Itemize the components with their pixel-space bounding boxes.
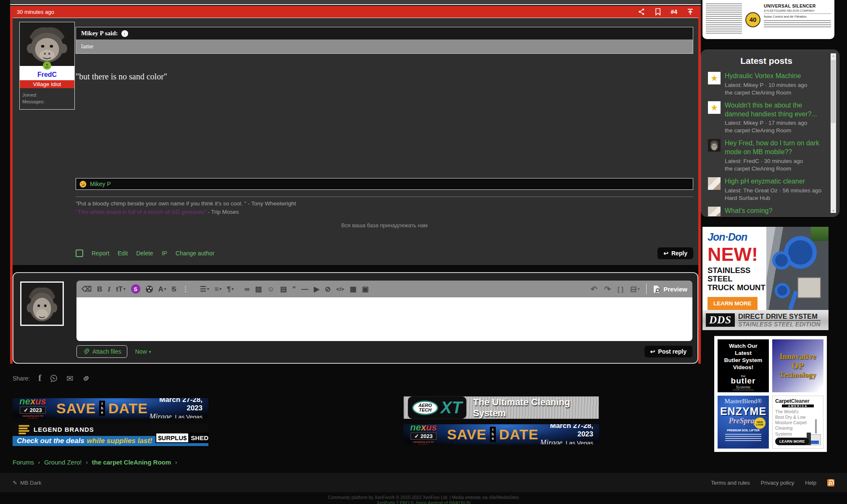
butler-ad[interactable]: Watch OurLatestButler SystemVideos! the …: [718, 339, 769, 392]
scroll-down-arrow[interactable]: ▼: [831, 209, 836, 212]
forum-link[interactable]: Hard Surface Hub: [725, 195, 821, 201]
quote-attribution[interactable]: Mikey P said: ↑: [76, 27, 693, 39]
delete-link[interactable]: Delete: [136, 250, 153, 257]
scroll-up-arrow[interactable]: ▲: [831, 54, 836, 57]
thread-link[interactable]: What's coming?: [725, 207, 825, 215]
spoiler-button[interactable]: ⊘: [325, 286, 331, 293]
insert-media-button[interactable]: ▤: [280, 286, 287, 293]
bold-button[interactable]: B: [97, 286, 102, 293]
share-label: Share:: [13, 375, 30, 382]
preview-button[interactable]: Preview: [653, 285, 687, 293]
post-reply-button[interactable]: ↩ Post reply: [644, 346, 692, 357]
change-author-link[interactable]: Change author: [176, 250, 215, 257]
horizontal-rule-button[interactable]: —: [301, 286, 308, 293]
carpet-cleaner-america-ad[interactable]: CarpetCleaner AMERICA The World's Best D…: [772, 396, 823, 449]
thread-star-avatar[interactable]: ★: [708, 101, 721, 114]
current-user-avatar[interactable]: [20, 281, 64, 326]
haha-reaction-icon: [79, 180, 87, 188]
insert-image-button[interactable]: ▨: [255, 286, 262, 293]
insert-video-button[interactable]: ▶: [314, 286, 319, 293]
email-share-icon[interactable]: ✉: [66, 373, 74, 383]
thread-link[interactable]: Wouldn't this be about the damned handie…: [725, 101, 825, 119]
style-chooser[interactable]: ✎ MB Dark: [13, 480, 41, 486]
code-button[interactable]: </>: [336, 286, 344, 292]
text-size-button[interactable]: tT▾: [116, 286, 126, 293]
aerotech-banner-ad[interactable]: AEROTECH XT The Ultimate Cleaning System: [403, 396, 599, 419]
reply-button[interactable]: ↩ Reply: [658, 247, 693, 259]
edit-link[interactable]: Edit: [118, 250, 128, 257]
whatsapp-share-icon[interactable]: [50, 374, 58, 383]
post-number[interactable]: #4: [671, 8, 677, 15]
more-options-button[interactable]: ⋮: [182, 286, 189, 293]
drafts-button[interactable]: ⊟▾: [630, 285, 639, 293]
addon-copyright[interactable]: XenPorta 2 PRO © Jason Axelrod of 8WAYRU…: [0, 500, 847, 504]
quote-button[interactable]: ”: [292, 286, 296, 293]
breadcrumb-forums[interactable]: Forums: [13, 459, 34, 466]
ip-link[interactable]: IP: [162, 250, 167, 257]
reply-editor-input[interactable]: [76, 297, 692, 341]
link-share-icon[interactable]: [82, 374, 90, 383]
thread-chimp-avatar[interactable]: [708, 139, 721, 152]
redo-button[interactable]: ↷: [604, 285, 611, 293]
emoji-button[interactable]: ☺: [267, 286, 274, 293]
message-cell: Mikey P said: ↑ lame "but there is no sa…: [76, 18, 693, 265]
attach-files-button[interactable]: Attach files: [76, 345, 127, 358]
scrollbar-thumb[interactable]: [831, 60, 836, 123]
save-the-date: SAVE t h e DATE: [56, 400, 148, 417]
insert-link-button[interactable]: ∞: [245, 286, 250, 293]
reaction-user[interactable]: Mikey P: [90, 181, 111, 187]
post-timestamp[interactable]: 30 minutes ago: [17, 9, 54, 15]
learn-more-button[interactable]: LEARN MORE: [708, 297, 758, 310]
help-link[interactable]: Help: [805, 480, 816, 486]
text-color-button[interactable]: [146, 286, 153, 293]
legend-brands-banner-ad[interactable]: LEGEND BRANDS Check out the deals while …: [13, 423, 208, 446]
breadcrumb-current-forum[interactable]: the carpet CleAning Room: [92, 459, 171, 466]
forum-link[interactable]: the carpet CleAning Room: [725, 89, 807, 96]
breadcrumb-ground-zero[interactable]: Ground Zero!: [44, 459, 82, 466]
remove-format-button[interactable]: ⌫: [82, 286, 92, 293]
snapshot-button[interactable]: ▣: [362, 286, 368, 293]
thread-photo-avatar[interactable]: [708, 207, 721, 217]
rss-icon[interactable]: [827, 479, 834, 486]
nexus-banner-ad[interactable]: nexus ✓ 2023 equipping you for success S…: [13, 398, 208, 418]
reactions-bar[interactable]: Mikey P: [76, 178, 693, 190]
thread-photo-avatar[interactable]: [708, 177, 721, 190]
paragraph-format-button[interactable]: ¶▾: [227, 286, 234, 293]
jump-to-top-icon[interactable]: [687, 8, 694, 16]
terms-link[interactable]: Terms and rules: [711, 480, 750, 486]
share-icon[interactable]: [638, 8, 645, 16]
forum-link[interactable]: the carpet CleAning Room: [725, 127, 825, 134]
thread-star-avatar[interactable]: ★: [708, 72, 721, 84]
goto-quoted-post-icon[interactable]: ↑: [121, 30, 128, 37]
list-button[interactable]: ☰▾: [200, 286, 209, 293]
thread-link[interactable]: Hydraulic Vortex Machine: [725, 72, 807, 81]
select-post-checkbox[interactable]: [76, 249, 83, 257]
forum-link[interactable]: the carpet CleAning Room: [725, 165, 825, 172]
strikethrough-button[interactable]: S: [171, 286, 176, 293]
privacy-link[interactable]: Privacy policy: [761, 480, 794, 486]
thread-link[interactable]: High pH enyzmatic cleaner: [725, 177, 821, 186]
widget-scrollbar[interactable]: ▲ ▼: [831, 53, 836, 213]
report-link[interactable]: Report: [92, 250, 109, 257]
thread-link[interactable]: Hey Fred, how do I turn on dark mode on …: [725, 139, 825, 157]
bbcode-button[interactable]: [ ]: [618, 286, 623, 292]
jondon-ad[interactable]: Jon·Don NEW! STAINLESS STEELTRUCK MOUNT …: [702, 227, 829, 330]
innovative-op-ad[interactable]: Innovative OP Technology: [772, 339, 823, 392]
italic-button[interactable]: I: [108, 286, 110, 293]
masterblend-ad[interactable]: MasterBlend® ENZYME PreSpray NEW LOOK PR…: [718, 396, 769, 449]
nexus-banner-ad-2[interactable]: nexus ✓ 2023 equipping you for success S…: [403, 424, 599, 444]
font-style-button[interactable]: S: [131, 284, 140, 294]
author-avatar[interactable]: [20, 22, 74, 66]
breadcrumb-separator: ›: [86, 459, 87, 465]
insert-table-button[interactable]: ▦: [350, 286, 356, 293]
undo-button[interactable]: ↶: [591, 285, 597, 293]
schedule-dropdown[interactable]: Now ▾: [135, 348, 151, 355]
font-family-button[interactable]: A▾: [158, 286, 166, 293]
author-username[interactable]: FredC: [20, 71, 74, 79]
bookmark-icon[interactable]: [655, 8, 661, 16]
learn-more-button[interactable]: LEARN MORE: [775, 438, 809, 445]
alignment-button[interactable]: ≡▾: [214, 286, 221, 293]
list-item: High pH enyzmatic cleaner Latest: The Gr…: [708, 177, 825, 201]
universal-silencer-ad[interactable]: 40 UNIVERSAL SILENCER A FLEETGUARD NELSO…: [702, 0, 834, 39]
facebook-share-icon[interactable]: f: [38, 373, 41, 383]
